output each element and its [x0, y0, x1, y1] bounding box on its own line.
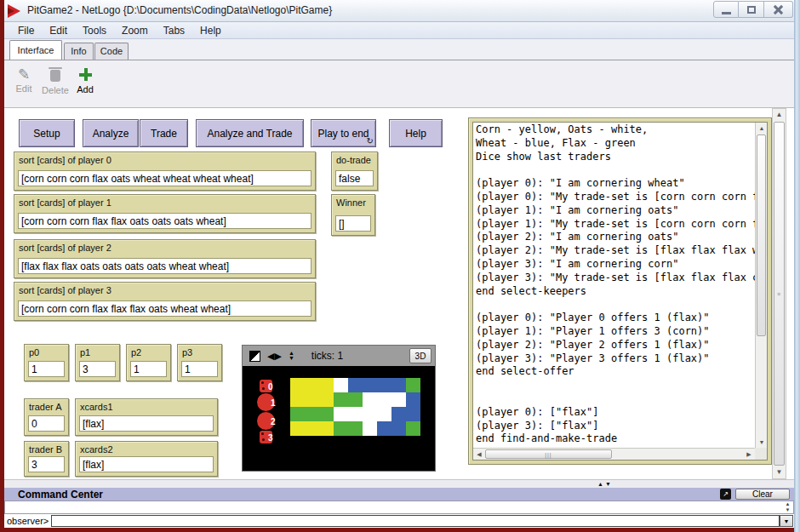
mini-scroll-arrows[interactable]: ▲▼ — [783, 501, 792, 513]
monitor-value: 3 — [79, 361, 116, 377]
trash-icon — [50, 70, 60, 82]
vertical-arrows-icon[interactable]: ▲▼ — [289, 351, 294, 361]
tab-code[interactable]: Code — [94, 43, 129, 60]
command-center-prompt-row: observer> ▼ — [4, 514, 794, 528]
edit-tool[interactable]: ✎ Edit — [11, 68, 37, 94]
monitor-label: sort [cards] of player 0 — [14, 152, 315, 167]
minimize-button[interactable] — [713, 1, 739, 18]
window-border-bottom — [0, 528, 800, 532]
expand-command-center-button[interactable]: ↗ — [720, 489, 731, 500]
scroll-down-icon[interactable]: ▼ — [773, 466, 786, 478]
patch-W — [334, 378, 348, 392]
canvas-vertical-scrollbar[interactable]: ▲ ≡ ▼ — [772, 108, 786, 479]
monitor-label: p1 — [76, 345, 119, 359]
tab-row: Interface Info Code — [4, 39, 794, 60]
world-canvas[interactable]: 0123 — [243, 366, 435, 471]
patch-W — [348, 407, 363, 421]
scrollbar-thumb[interactable] — [757, 134, 766, 336]
monitor-label: xcards1 — [76, 399, 217, 414]
horizontal-arrows-icon[interactable]: ◀▶ — [267, 352, 282, 361]
help-button[interactable]: Help — [389, 119, 443, 147]
patch-Y — [290, 378, 305, 392]
menu-help[interactable]: Help — [192, 23, 229, 38]
setup-button-label: Setup — [33, 128, 60, 140]
view-3d-button[interactable]: 3D — [409, 348, 431, 363]
scroll-left-icon[interactable]: ◀ — [473, 449, 485, 460]
delete-tool[interactable]: Delete — [38, 68, 72, 95]
title-bar: PitGame2 - NetLogo {D:\Documents\CodingD… — [0, 0, 800, 22]
scroll-down-icon[interactable]: ▼ — [756, 437, 768, 448]
monitor-value: [corn corn corn flax flax oats oats oats… — [18, 213, 311, 229]
maximize-button[interactable] — [739, 1, 764, 18]
menu-tools[interactable]: Tools — [75, 23, 114, 38]
patch-G — [290, 407, 305, 421]
turtle-circle-2: 2 — [257, 412, 275, 430]
patch-B — [377, 378, 391, 392]
patch-B — [391, 378, 406, 392]
monitor-p0: p0 1 — [24, 344, 69, 381]
scroll-up-icon[interactable]: ▲ — [773, 109, 786, 121]
monitor-value: [] — [335, 215, 371, 232]
trade-button[interactable]: Trade — [140, 119, 188, 147]
monitor-label: Winner — [332, 195, 374, 209]
command-center-title: Command Center — [18, 489, 103, 501]
monitor-label: trader A — [25, 399, 68, 414]
splitter-arrows-icon[interactable]: ▲▼ — [597, 481, 613, 487]
agent-type-dropdown[interactable]: ▼ — [780, 515, 793, 527]
scrollbar-thumb[interactable]: ||| — [485, 449, 612, 459]
close-button[interactable] — [764, 1, 793, 18]
command-input[interactable] — [51, 515, 780, 527]
monitor-label: xcards2 — [76, 442, 217, 456]
patch-G — [406, 378, 420, 392]
menu-tabs[interactable]: Tabs — [156, 23, 192, 38]
patch-B — [391, 421, 406, 436]
monitor-value: false — [335, 170, 374, 186]
patch-G — [406, 421, 420, 436]
tab-interface[interactable]: Interface — [9, 40, 62, 60]
menu-edit[interactable]: Edit — [42, 23, 75, 38]
patch-Y — [290, 421, 305, 436]
scrollbar-thumb[interactable]: ≡ — [774, 122, 785, 466]
patch-Y — [319, 378, 334, 392]
output-text: Corn - yellow, Oats - white, Wheat - blu… — [476, 123, 752, 446]
monitor-p2: p2 1 — [126, 344, 171, 381]
chevron-down-icon: ▼ — [784, 518, 790, 524]
patch-G — [334, 392, 348, 407]
scroll-up-icon[interactable]: ▲ — [756, 123, 768, 134]
monitor-p3: p3 1 — [177, 344, 222, 381]
analyze-and-trade-button[interactable]: Analyze and Trade — [196, 119, 304, 147]
scroll-right-icon[interactable]: ▶ — [743, 449, 755, 460]
analyze-button[interactable]: Analyze — [83, 119, 139, 147]
play-to-end-button-label: Play to end — [317, 128, 369, 140]
minimize-icon — [722, 12, 731, 14]
monitor-value: [flax] — [79, 415, 214, 432]
output-vertical-scrollbar[interactable]: ▲ ▼ — [755, 123, 767, 448]
monitor-label: sort [cards] of player 1 — [14, 195, 315, 209]
patch-W — [334, 407, 348, 421]
patch-B — [406, 407, 420, 421]
window-controls — [713, 1, 793, 18]
patch-Y — [305, 392, 319, 407]
command-center-header: Command Center ↗ Clear — [4, 488, 794, 501]
plus-icon — [79, 68, 92, 81]
resize-view-icon[interactable] — [249, 351, 260, 362]
turtle-column: 0123 — [255, 380, 276, 443]
menu-bar: File Edit Tools Zoom Tabs Help — [4, 22, 794, 39]
menu-zoom[interactable]: Zoom — [114, 23, 156, 38]
monitor-xcards2: xcards2 [flax] — [75, 441, 218, 477]
monitor-trader-b: trader B 3 — [24, 441, 69, 477]
add-tool[interactable]: Add — [72, 68, 98, 94]
clear-button[interactable]: Clear — [735, 489, 790, 500]
patch-B — [377, 421, 391, 436]
monitor-player0-cards: sort [cards] of player 0 [corn corn corn… — [14, 152, 316, 191]
pencil-icon: ✎ — [18, 66, 30, 83]
monitor-value: [flax flax flax oats oats oats oats whea… — [18, 258, 311, 274]
tab-info[interactable]: Info — [64, 43, 94, 60]
output-widget: Corn - yellow, Oats - white, Wheat - blu… — [468, 117, 772, 465]
setup-button[interactable]: Setup — [19, 119, 75, 147]
menu-file[interactable]: File — [10, 23, 42, 38]
play-to-end-button[interactable]: Play to end ↻ — [311, 119, 376, 147]
view-header: ◀▶ ▲▼ ticks: 1 3D — [243, 346, 435, 366]
output-horizontal-scrollbar[interactable]: ◀ ||| ▶ — [473, 448, 755, 460]
command-center-splitter[interactable]: ▲▼ — [4, 479, 794, 488]
